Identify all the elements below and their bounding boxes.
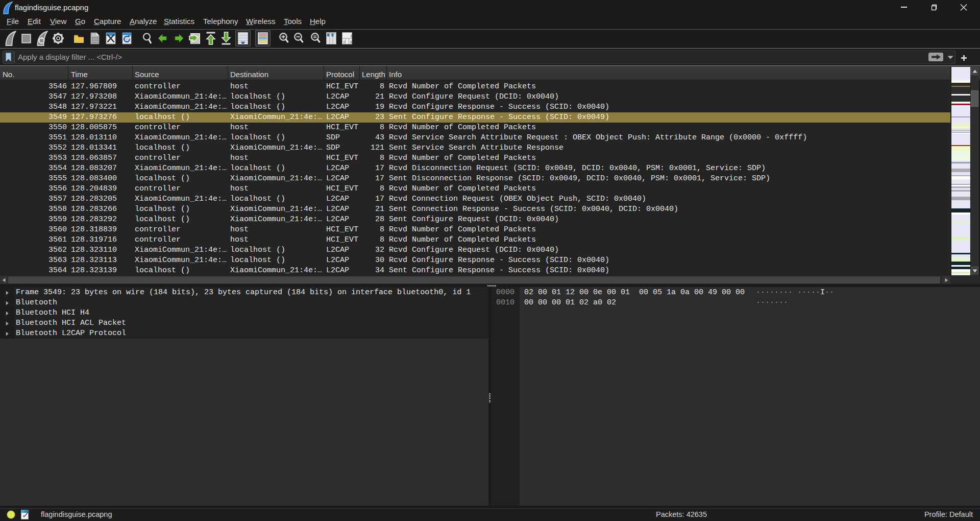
svg-text:3: 3 — [350, 40, 352, 44]
svg-text:1: 1 — [350, 34, 352, 38]
svg-text:2: 2 — [343, 40, 346, 44]
